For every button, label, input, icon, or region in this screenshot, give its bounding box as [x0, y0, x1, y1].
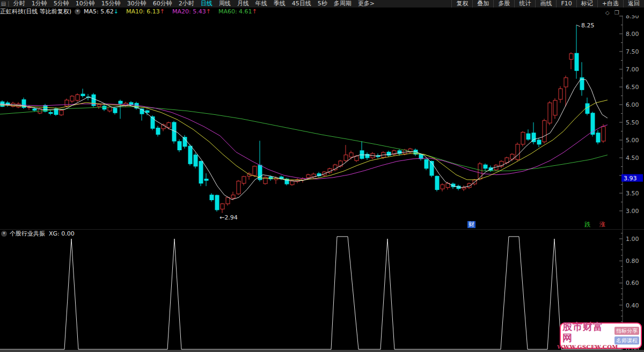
svg-text:5.50: 5.50 — [626, 119, 639, 126]
toolbar-menu: 分时1分钟5分钟10分钟15分钟30分钟60分钟2小时日线周线月线年线季线45日… — [10, 0, 378, 8]
watermark-badge-2: 名师课程 — [614, 336, 639, 344]
menu-item-更多>[interactable]: 更多> — [355, 0, 378, 8]
menu-item-1分钟[interactable]: 1分钟 — [28, 0, 50, 8]
toolbar-button-多股[interactable]: 多股 — [493, 0, 514, 8]
menu-item-30分钟[interactable]: 30分钟 — [124, 0, 150, 8]
main-chart-canvas[interactable]: 8.508.007.507.006.506.005.505.004.503.50… — [0, 16, 644, 229]
svg-text:3.00: 3.00 — [626, 208, 639, 215]
menu-item-年线[interactable]: 年线 — [252, 0, 270, 8]
watermark-text-block: 股市财富网 WWW.GSCFW.COM — [562, 321, 613, 350]
menu-item-60分钟[interactable]: 60分钟 — [150, 0, 175, 8]
indicator-value: XG: 0.00 — [49, 230, 75, 238]
svg-text:0.60: 0.60 — [626, 280, 639, 287]
menu-item-2小时[interactable]: 2小时 — [175, 0, 197, 8]
toolbar-button-标记[interactable]: 标记 — [576, 0, 597, 8]
die-label[interactable]: 跌 — [584, 221, 590, 228]
toolbar-button-画线[interactable]: 画线 — [535, 0, 556, 8]
svg-text:6.50: 6.50 — [626, 84, 639, 91]
svg-text:4.50: 4.50 — [626, 155, 639, 162]
menu-item-10分钟[interactable]: 10分钟 — [72, 0, 98, 8]
toolbar-button-返回[interactable]: 返回 — [623, 0, 644, 8]
indicator-label-row: ▾ 个股行业共振 XG: 0.00 — [1, 230, 75, 238]
toolbar-button-+自选[interactable]: +自选 — [597, 0, 623, 8]
menu-item-月线[interactable]: 月线 — [234, 0, 252, 8]
low-price-annotation: ←2.94 — [219, 214, 238, 221]
indicator-chart-canvas[interactable]: 1.000.800.600.400.200.00 — [0, 230, 644, 352]
up-arrow-icon: ↑ — [206, 8, 211, 15]
menu-item-5分钟[interactable]: 5分钟 — [50, 0, 72, 8]
menu-item-分时[interactable]: 分时 — [10, 0, 28, 8]
toolbar-right-buttons: 复权叠加多股统计画线F10标记+自选返回 — [451, 0, 644, 8]
symbol-title: 正虹科技(日线 等比前复权) — [0, 8, 71, 16]
app-window-icon[interactable]: ▤ — [0, 0, 7, 8]
ma-legend: MA5: 5.62↓MA10: 6.13↑MA20: 5.43↑MA60: 4.… — [84, 8, 265, 16]
high-price-annotation: 8.25 — [581, 22, 595, 29]
menu-item-日线[interactable]: 日线 — [197, 0, 216, 8]
cai-shortcut-badge[interactable]: 财 — [467, 221, 475, 228]
bottom-border — [0, 350, 644, 352]
watermark: 股市财富网 WWW.GSCFW.COM 指标分享 名师课程 — [560, 322, 642, 349]
svg-text:0.80: 0.80 — [626, 258, 639, 265]
toolbar-button-叠加[interactable]: 叠加 — [472, 0, 493, 8]
up-arrow-icon: ↑ — [252, 8, 257, 15]
menu-item-15分钟[interactable]: 15分钟 — [98, 0, 124, 8]
menu-item-45日线[interactable]: 45日线 — [289, 0, 314, 8]
svg-text:1.00: 1.00 — [626, 236, 639, 243]
svg-text:3.50: 3.50 — [626, 190, 639, 197]
chart-mini-toolbar: ◇ ❐ — [605, 10, 619, 16]
toolbar-button-F10[interactable]: F10 — [556, 0, 576, 8]
title-bar: 正虹科技(日线 等比前复权) ▾ MA5: 5.62↓MA10: 6.13↑MA… — [0, 8, 644, 16]
top-toolbar: ▤ | 分时1分钟5分钟10分钟15分钟30分钟60分钟2小时日线周线月线年线季… — [0, 0, 644, 8]
zhang-label[interactable]: 涨 — [599, 221, 605, 228]
svg-text:7.50: 7.50 — [626, 48, 639, 55]
menu-item-多周期[interactable]: 多周期 — [331, 0, 355, 8]
watermark-badges: 指标分享 名师课程 — [614, 327, 639, 344]
ma-label-MA10: MA10: 6.13↑ — [126, 8, 165, 16]
frame-icon[interactable]: ❐ — [614, 10, 619, 16]
ma-label-MA60: MA60: 4.61↑ — [218, 8, 257, 16]
watermark-badge-1: 指标分享 — [614, 327, 639, 335]
up-arrow-icon: ↑ — [160, 8, 165, 15]
watermark-url: WWW.GSCFW.COM — [557, 343, 618, 350]
svg-text:0.40: 0.40 — [626, 302, 639, 309]
indicator-chevron-icon[interactable]: ▾ — [1, 231, 7, 237]
down-arrow-icon: ↓ — [114, 8, 119, 15]
ma-label-MA5: MA5: 5.62↓ — [84, 8, 119, 16]
ma-label-MA20: MA20: 5.43↑ — [172, 8, 211, 16]
chevron-down-icon[interactable]: ▾ — [75, 9, 80, 14]
indicator-name: 个股行业共振 — [10, 230, 45, 238]
menu-item-季线[interactable]: 季线 — [270, 0, 289, 8]
menu-item-周线[interactable]: 周线 — [216, 0, 234, 8]
svg-text:7.00: 7.00 — [626, 66, 639, 73]
svg-text:8.00: 8.00 — [626, 31, 639, 38]
toolbar-button-统计[interactable]: 统计 — [514, 0, 535, 8]
svg-text:6.00: 6.00 — [626, 101, 639, 108]
svg-text:5.00: 5.00 — [626, 137, 639, 144]
menu-item-5秒[interactable]: 5秒 — [314, 0, 331, 8]
svg-text:8.50: 8.50 — [626, 16, 639, 20]
watermark-title: 股市财富网 — [562, 321, 613, 343]
toolbar-button-复权[interactable]: 复权 — [451, 0, 472, 8]
svg-text:3.93: 3.93 — [624, 175, 637, 182]
diamond-icon[interactable]: ◇ — [605, 10, 610, 16]
